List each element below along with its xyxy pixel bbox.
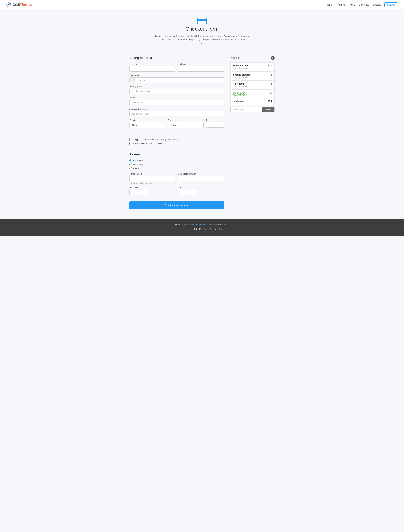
nav-home[interactable]: Home	[326, 3, 332, 6]
promo-code-text: EXAMPLE CODE	[233, 94, 247, 96]
first-name-input[interactable]	[129, 66, 176, 71]
paypal-radio-label[interactable]: Paypal	[129, 167, 224, 169]
checkout-button[interactable]: Continue to checkout	[129, 201, 224, 209]
name-row: First name Last name	[129, 63, 224, 74]
address-group: Address	[129, 97, 224, 105]
signup-button[interactable]: Sign Up	[385, 2, 398, 7]
card-number-label: Credit card number	[178, 173, 224, 175]
debit-card-radio[interactable]	[129, 163, 132, 166]
zip-input[interactable]	[206, 122, 224, 128]
orbit-logo-icon	[6, 2, 11, 7]
nav-support[interactable]: Support	[373, 3, 381, 6]
state-select[interactable]: Choose...	[168, 122, 204, 128]
cart-item-info: Second product Brief description	[233, 73, 250, 78]
facebook-icon[interactable]: f	[183, 228, 183, 231]
credit-card-label: Credit card	[133, 160, 143, 162]
last-name-label: Last name	[178, 63, 224, 65]
nav-features[interactable]: Features	[336, 3, 345, 6]
country-select[interactable]: Choose...	[129, 122, 165, 128]
dribbble-icon[interactable]: ◎	[205, 228, 207, 231]
github-icon[interactable]	[194, 228, 197, 231]
cart-item-name: Product name	[233, 65, 248, 67]
expiration-input[interactable]	[129, 190, 148, 195]
save-info-label: Save this information for next time	[133, 143, 164, 145]
save-info-checkbox-label[interactable]: Save this information for next time	[129, 142, 224, 145]
save-info-checkbox[interactable]	[129, 142, 132, 145]
footer: Made with ♥ By Orbit Themes © 2018 All R…	[0, 219, 404, 236]
circle-icon[interactable]: ◉	[215, 228, 217, 231]
country-group: Country Choose...	[129, 119, 165, 128]
name-hint: Full name as displayed on card	[129, 182, 176, 184]
checkbox-group: Shipping address is the same as my billi…	[129, 138, 224, 145]
cart-badge: 3	[271, 56, 275, 60]
email-input[interactable]	[129, 89, 224, 94]
svg-rect-6	[199, 23, 200, 23]
debit-card-label: Debit card	[133, 163, 143, 166]
last-name-group: Last name	[178, 63, 224, 71]
address2-group: Address 2 (Optional)	[129, 108, 224, 117]
paypal-radio[interactable]	[129, 167, 132, 169]
navbar: OrbitThemes Home Features Pricing Enterp…	[0, 0, 404, 9]
cvv-input[interactable]	[178, 190, 197, 195]
pinterest-icon[interactable]: ℗	[210, 228, 212, 231]
shipping-same-checkbox-label[interactable]: Shipping address is the same as my billi…	[129, 138, 224, 141]
promo-input-group: Redeem	[230, 107, 275, 112]
name-on-card-group: Name on card Full name as displayed on c…	[129, 173, 176, 184]
cart-promo-row: Promo code EXAMPLE CODE -$5	[231, 90, 274, 98]
cart-total-amount: $20	[268, 100, 272, 103]
location-row: Country Choose... State Choose... Zip	[129, 119, 224, 130]
address-input[interactable]	[129, 100, 224, 105]
state-label: State	[168, 119, 204, 121]
address2-label: Address 2 (Optional)	[129, 108, 224, 110]
twitter-icon[interactable]: t	[186, 228, 186, 231]
shipping-same-checkbox[interactable]	[129, 138, 132, 141]
credit-card-radio[interactable]	[129, 159, 132, 162]
expiration-group: Expiration	[129, 186, 176, 195]
payment-radio-group: Credit card Debit card Paypal	[129, 159, 224, 169]
page-title: Checkout form	[3, 26, 401, 32]
promo-amount: -$5	[269, 92, 272, 94]
debit-card-radio-label[interactable]: Debit card	[129, 163, 224, 166]
promo-info: Promo code EXAMPLE CODE	[233, 92, 247, 96]
googleplus-icon[interactable]: g+	[189, 228, 192, 231]
cart-item: Second product Brief description $8	[231, 71, 274, 81]
card-number-input[interactable]	[178, 176, 224, 181]
redeem-button[interactable]: Redeem	[262, 107, 274, 112]
username-input[interactable]	[136, 78, 224, 83]
first-name-label: First name	[129, 63, 176, 65]
cart-item-info: Product name Brief description	[233, 65, 248, 70]
zip-label: Zip	[206, 119, 224, 121]
address2-input[interactable]	[129, 111, 224, 117]
cart-section: Your cart 3 Product name Brief descripti…	[230, 56, 275, 112]
svg-point-7	[219, 229, 220, 230]
svg-rect-5	[199, 22, 202, 22]
billing-section-title: Billing address	[129, 56, 224, 60]
cart-item: Third item Brief description $5	[231, 81, 274, 90]
rss-icon[interactable]	[219, 228, 221, 231]
email-label: Email (Optional)	[129, 85, 224, 88]
footer-icons: f t g+ Bē ◎ ℗ ◉	[3, 228, 401, 231]
cart-item-price: $12	[268, 65, 272, 67]
promo-code-input[interactable]	[231, 107, 262, 112]
name-on-card-input[interactable]	[129, 176, 176, 181]
svg-rect-4	[198, 19, 206, 20]
brand-text: OrbitThemes	[13, 3, 32, 6]
shipping-same-label: Shipping address is the same as my billi…	[133, 138, 180, 141]
last-name-input[interactable]	[178, 66, 224, 71]
credit-card-radio-label[interactable]: Credit card	[129, 159, 224, 162]
footer-text: Made with ♥ By Orbit Themes © 2018 All R…	[3, 223, 401, 226]
nav-pricing[interactable]: Pricing	[349, 3, 355, 6]
cvv-label: CVV	[178, 186, 224, 189]
exp-cvv-row: Expiration CVV	[129, 186, 224, 198]
cart-item-name: Third item	[233, 83, 247, 85]
behance-icon[interactable]: Bē	[199, 228, 202, 231]
footer-brand-link[interactable]: Orbit Themes	[190, 223, 202, 226]
payment-section-title: Payment	[129, 153, 224, 156]
username-group: Username @	[129, 74, 224, 83]
cart-item-info: Third item Brief description	[233, 83, 247, 88]
username-label: Username	[129, 74, 224, 77]
hero-description: Below is an example form built entirely …	[155, 34, 249, 45]
card-name-number-row: Name on card Full name as displayed on c…	[129, 173, 224, 186]
zip-group: Zip	[206, 119, 224, 128]
nav-enterprise[interactable]: Enterprise	[359, 3, 369, 6]
